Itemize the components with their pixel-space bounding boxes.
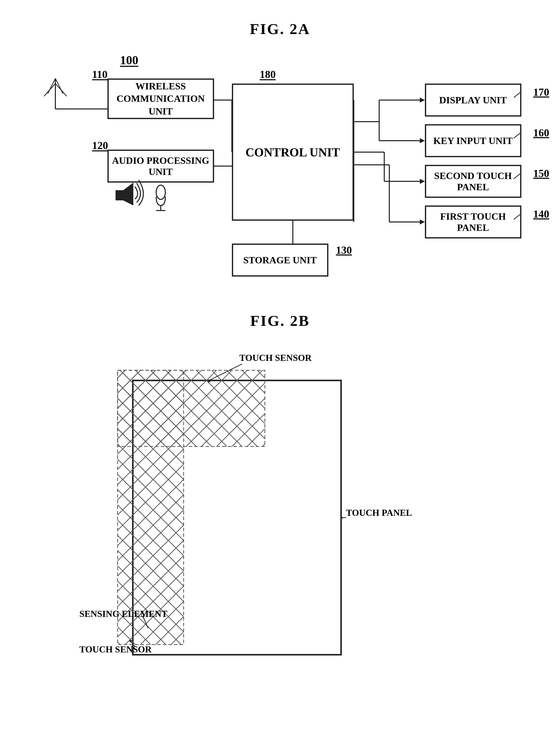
- svg-marker-29: [420, 219, 425, 224]
- label-120: 120: [92, 139, 108, 151]
- svg-line-3: [44, 84, 55, 96]
- label-170: 170: [533, 86, 549, 98]
- box-control-unit: CONTROL UNIT: [232, 84, 354, 221]
- label-touch-panel: TOUCH PANEL: [346, 507, 412, 518]
- svg-rect-38: [118, 370, 184, 645]
- box-audio-processing-unit: AUDIO PROCESSING UNIT: [107, 149, 214, 183]
- label-110: 110: [92, 68, 108, 81]
- page: FIG. 2A: [0, 0, 560, 752]
- svg-line-2: [55, 79, 63, 94]
- svg-marker-25: [420, 179, 425, 184]
- svg-line-4: [55, 84, 67, 96]
- label-130: 130: [336, 244, 352, 256]
- svg-rect-9: [116, 190, 123, 200]
- box-first-touch-panel: FIRST TOUCH PANEL: [425, 205, 521, 239]
- fig2b-section: FIG. 2B: [25, 312, 535, 680]
- label-160: 160: [533, 127, 549, 139]
- fig2b-diagram: TOUCH SENSOR TOUCH PANEL SENSING ELEMENT…: [77, 350, 483, 680]
- label-100: 100: [120, 53, 138, 67]
- label-150: 150: [533, 167, 549, 180]
- svg-line-1: [48, 79, 55, 94]
- fig2a-diagram: 100 110 WIRELESS COMMUNICATION UNIT 120 …: [39, 53, 521, 282]
- fig2a-section: FIG. 2A: [25, 20, 535, 282]
- label-140: 140: [533, 208, 549, 220]
- svg-point-11: [156, 185, 165, 199]
- box-second-touch-panel: SECOND TOUCH PANEL: [425, 165, 521, 198]
- box-wireless-line1: WIRELESS: [117, 80, 205, 93]
- label-touch-sensor-bottom: TOUCH SENSOR: [80, 644, 152, 655]
- box-wireless-line3: UNIT: [117, 105, 205, 118]
- box-key-input-unit: KEY INPUT UNIT: [425, 124, 521, 157]
- svg-marker-17: [420, 98, 425, 103]
- box-wireless-communication-unit: WIRELESS COMMUNICATION UNIT: [107, 79, 214, 119]
- box-storage-unit: STORAGE UNIT: [232, 244, 328, 277]
- svg-marker-21: [420, 138, 425, 143]
- label-touch-sensor-top: TOUCH SENSOR: [240, 352, 312, 363]
- svg-marker-10: [123, 183, 133, 205]
- box-wireless-line2: COMMUNICATION: [117, 93, 205, 105]
- box-display-unit: DISPLAY UNIT: [425, 84, 521, 117]
- fig2b-title: FIG. 2B: [25, 312, 535, 330]
- fig2a-title: FIG. 2A: [25, 20, 535, 38]
- label-180: 180: [260, 68, 276, 81]
- label-sensing-element: SENSING ELEMENT: [80, 609, 167, 619]
